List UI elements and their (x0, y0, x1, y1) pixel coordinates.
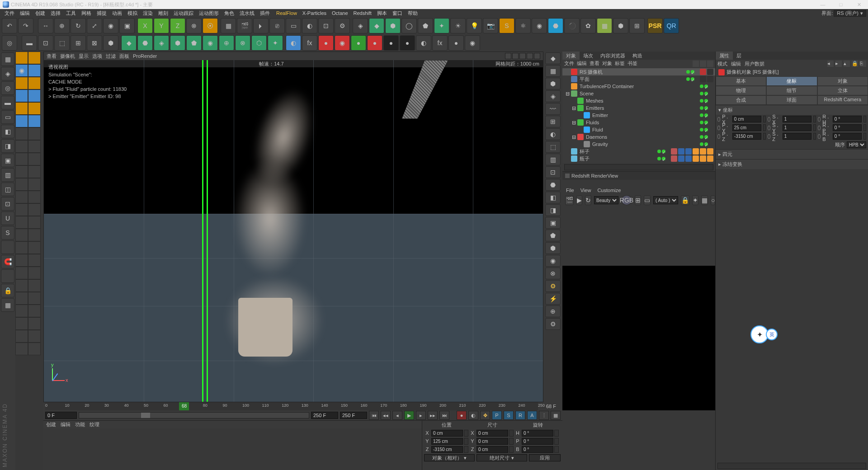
strip-icon[interactable] (28, 140, 41, 153)
attr-input[interactable] (783, 124, 811, 131)
menu-渲染[interactable]: 渲染 (140, 10, 156, 16)
objtab-内容浏览器[interactable]: 内容浏览器 (597, 52, 629, 60)
menu-工具[interactable]: 工具 (63, 10, 79, 16)
vmenu-面板[interactable]: 面板 (119, 53, 129, 59)
menu-帮助[interactable]: 帮助 (405, 10, 420, 16)
menu-Octane[interactable]: Octane (329, 10, 350, 16)
live-select-icon[interactable]: ◎ (2, 35, 17, 51)
strip-icon[interactable] (28, 241, 41, 254)
menu-运动跟踪[interactable]: 运动跟踪 (171, 10, 196, 16)
strip-icon[interactable] (28, 216, 41, 229)
tool-icon[interactable]: ◉ (203, 35, 218, 51)
attr-order-select[interactable]: HPB (847, 141, 866, 148)
rv-menu-customize[interactable]: Customize (597, 188, 621, 193)
tool-icon[interactable]: ⊠ (87, 35, 102, 51)
strip-icon[interactable] (15, 191, 28, 203)
key-opt-icon[interactable]: ⋮ (539, 411, 549, 420)
next-key-icon[interactable]: ▸▸ (428, 411, 438, 420)
strip-icon[interactable] (15, 165, 28, 178)
tool-icon[interactable]: ◉ (465, 35, 480, 51)
key-r-icon[interactable]: R (515, 411, 525, 420)
rstrip-icon[interactable]: ⊕ (545, 306, 561, 317)
subtab-细节[interactable]: 细节 (766, 86, 817, 95)
coord-mode-select[interactable]: 对象（相对） ▾ (424, 454, 475, 461)
menu-角色[interactable]: 角色 (222, 10, 237, 16)
vmenu-选项[interactable]: 选项 (92, 53, 102, 59)
tree-node[interactable]: 瓶子✓ (562, 155, 715, 162)
attr-section-quat[interactable]: ▸ 四元 (716, 149, 868, 159)
tool-icon[interactable]: ● (383, 35, 399, 51)
rstrip-icon[interactable]: ▥ (545, 154, 561, 165)
rv-grid-icon[interactable]: ⊞ (635, 195, 641, 205)
subtab-基本[interactable]: 基本 (716, 76, 766, 86)
tool-icon[interactable]: ⬟ (418, 18, 433, 33)
objmenu-书签[interactable]: 书签 (627, 61, 637, 66)
vmenu-摄像机[interactable]: 摄像机 (60, 53, 75, 59)
tool-icon[interactable]: ⊕ (54, 18, 70, 33)
menu-创建[interactable]: 创建 (33, 10, 48, 16)
layout-select[interactable]: RS (用户)▾ (834, 10, 866, 17)
strip-icon[interactable] (28, 279, 41, 292)
strip-icon[interactable] (15, 254, 28, 267)
rstrip-icon[interactable]: ⊡ (545, 166, 561, 178)
strip-icon[interactable] (15, 317, 28, 330)
attrmenu-模式[interactable]: 模式 (717, 61, 727, 66)
key-move-icon[interactable]: ✥ (480, 411, 490, 420)
tool-icon[interactable]: ✿ (580, 18, 596, 33)
rstrip-icon[interactable]: ◨ (545, 204, 561, 216)
rstrip-icon[interactable]: ⚡ (545, 293, 561, 305)
strip-icon[interactable] (15, 89, 28, 102)
tree-node[interactable]: ⊟Scene✓ (562, 90, 715, 97)
palette-icon[interactable]: ▭ (1, 110, 14, 124)
tool-icon[interactable]: ⬢ (613, 18, 628, 33)
eye-icon[interactable] (707, 61, 713, 67)
strip-icon[interactable] (28, 267, 41, 279)
tool-icon[interactable]: ⚙ (335, 18, 350, 33)
tool-icon[interactable]: ⬢ (170, 35, 185, 51)
tool-icon[interactable]: ⬢ (385, 18, 401, 33)
menu-模拟[interactable]: 模拟 (125, 10, 140, 16)
rv-aov-select[interactable]: Beauty (594, 196, 618, 204)
objmenu-文件[interactable]: 文件 (564, 61, 574, 66)
tool-icon[interactable]: 💡 (467, 18, 482, 33)
subtab-坐标[interactable]: 坐标 (766, 76, 817, 86)
strip-icon[interactable] (15, 77, 28, 89)
palette-icon[interactable]: U (1, 212, 14, 225)
tool-icon[interactable]: ● (400, 35, 415, 51)
menu-X-Particles[interactable]: X-Particles (300, 10, 329, 16)
objmenu-编辑[interactable]: 编辑 (577, 61, 587, 66)
prev-frame-icon[interactable]: ◂ (392, 411, 402, 420)
tool-icon[interactable]: fx (432, 35, 448, 51)
subtab-Redshift Camera[interactable]: Redshift Camera (817, 95, 868, 105)
tool-icon[interactable]: ◆ (369, 18, 384, 33)
objtab-场次[interactable]: 场次 (580, 52, 597, 60)
strip-icon[interactable] (15, 127, 28, 140)
rv-circle-icon[interactable]: ○ (711, 195, 715, 205)
tool-icon[interactable]: ● (351, 35, 366, 51)
key-a-icon[interactable]: A (527, 411, 537, 420)
menu-插件[interactable]: 插件 (257, 10, 273, 16)
strip-icon[interactable] (15, 216, 28, 229)
undo-icon[interactable]: ↶ (2, 18, 17, 33)
strip-icon[interactable] (15, 330, 28, 343)
palette-icon[interactable]: S (1, 226, 14, 240)
tool-icon[interactable]: ◆ (121, 35, 137, 51)
rstrip-icon[interactable]: ⊞ (545, 116, 561, 127)
strip-icon[interactable] (15, 140, 28, 153)
prev-key-icon[interactable]: ◂◂ (381, 411, 391, 420)
strip-icon[interactable] (28, 102, 41, 115)
tree-node[interactable]: ⊟Daemons✓ (562, 133, 715, 141)
range-start[interactable] (311, 412, 338, 419)
matmenu-创建[interactable]: 创建 (46, 421, 56, 428)
psr-icon[interactable]: PSR (647, 18, 663, 33)
tool-icon[interactable]: ✦ (268, 35, 283, 51)
viewport-nav-icon[interactable] (512, 53, 519, 59)
palette-icon[interactable]: ◨ (1, 139, 14, 153)
rstrip-icon[interactable]: ◆ (545, 52, 561, 64)
tool-icon[interactable]: ◈ (353, 18, 368, 33)
maximize-button[interactable]: □ (835, 2, 847, 8)
strip-icon[interactable] (28, 317, 41, 330)
objmenu-标签[interactable]: 标签 (615, 61, 625, 66)
tool-icon[interactable]: ⬚ (54, 35, 70, 51)
tree-node[interactable]: ⊟Fluids✓ (562, 119, 715, 126)
